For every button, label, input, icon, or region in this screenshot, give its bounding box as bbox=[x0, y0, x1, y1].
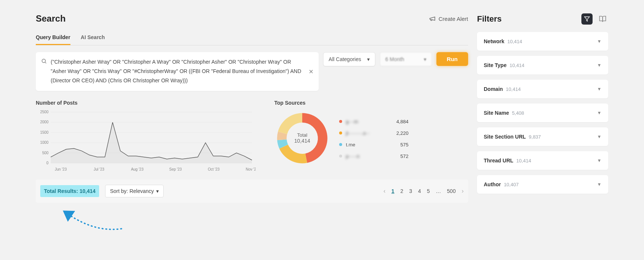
page-4[interactable]: 4 bbox=[418, 188, 421, 194]
svg-text:Jul '23: Jul '23 bbox=[94, 167, 104, 171]
tab-ai-search[interactable]: AI Search bbox=[81, 31, 105, 45]
filter-count: 10,414 bbox=[507, 39, 522, 44]
total-results-badge: Total Results: 10,414 bbox=[40, 185, 99, 197]
svg-marker-20 bbox=[584, 17, 589, 21]
svg-text:Oct '23: Oct '23 bbox=[208, 167, 220, 171]
filter-label: Thread URL bbox=[484, 158, 513, 164]
legend-dot bbox=[339, 131, 342, 134]
legend-item: g····m4,884 bbox=[339, 119, 408, 124]
chevron-down-icon: ▾ bbox=[156, 188, 159, 194]
filter-icon bbox=[584, 16, 590, 22]
line-chart-title: Number of Posts bbox=[36, 100, 267, 106]
page-5[interactable]: 5 bbox=[427, 188, 430, 194]
tab-query-builder[interactable]: Query Builder bbox=[36, 31, 70, 45]
date-range-select[interactable]: 6 Month ▾ bbox=[380, 52, 432, 66]
filter-label: Site Name bbox=[484, 110, 509, 116]
search-icon bbox=[41, 58, 47, 66]
page-1[interactable]: 1 bbox=[391, 188, 394, 194]
chevron-down-icon: ▼ bbox=[597, 134, 602, 139]
categories-select[interactable]: All Categories ▾ bbox=[323, 52, 375, 66]
page-3[interactable]: 3 bbox=[409, 188, 412, 194]
svg-text:Sep '23: Sep '23 bbox=[169, 167, 182, 171]
donut-center-value: 10,414 bbox=[294, 138, 310, 144]
legend-name: g····m bbox=[346, 119, 392, 124]
legend-value: 575 bbox=[400, 142, 408, 148]
donut-legend: g····m4,884jt··········.o···2,220t.me575… bbox=[339, 119, 408, 159]
filter-count: 10,414 bbox=[516, 158, 531, 164]
svg-text:0: 0 bbox=[46, 161, 48, 165]
chevron-down-icon: ▼ bbox=[597, 158, 602, 163]
legend-dot bbox=[339, 143, 342, 146]
megaphone-icon bbox=[429, 15, 436, 22]
categories-label: All Categories bbox=[329, 56, 361, 62]
pagination: ‹ 1 2 3 4 5 … 500 › bbox=[383, 188, 464, 194]
filter-count: 5,408 bbox=[512, 110, 524, 116]
search-tabs: Query Builder AI Search bbox=[36, 31, 468, 45]
page-2[interactable]: 2 bbox=[400, 188, 403, 194]
donut-chart-title: Top Sources bbox=[274, 100, 408, 106]
legend-value: 2,220 bbox=[396, 130, 408, 136]
svg-line-1 bbox=[45, 62, 46, 63]
filter-network[interactable]: Network10,414▼ bbox=[477, 32, 608, 51]
create-alert-button[interactable]: Create Alert bbox=[429, 15, 468, 22]
run-button[interactable]: Run bbox=[436, 52, 468, 66]
filter-author[interactable]: Author10,407▼ bbox=[477, 175, 608, 194]
filter-thread-url[interactable]: Thread URL10,414▼ bbox=[477, 151, 608, 170]
legend-name: t.me bbox=[346, 142, 397, 148]
line-chart-svg: 05001000150020002500Jun '23Jul '23Aug '2… bbox=[36, 110, 256, 174]
annotation-arrow bbox=[58, 206, 468, 237]
chevron-down-icon: ▼ bbox=[597, 182, 602, 187]
filter-site-name[interactable]: Site Name5,408▼ bbox=[477, 104, 608, 122]
filters-list: Network10,414▼Site Type10,414▼Domain10,4… bbox=[477, 32, 608, 194]
query-input[interactable]: ("Christopher Asher Wray" OR "Christophe… bbox=[36, 52, 319, 91]
page-title: Search bbox=[36, 13, 66, 24]
filter-count: 9,837 bbox=[529, 134, 541, 140]
chevron-down-icon: ▼ bbox=[597, 110, 602, 115]
legend-item: jt··········.o···2,220 bbox=[339, 130, 408, 136]
chevron-down-icon: ▾ bbox=[367, 56, 370, 62]
book-icon-button[interactable] bbox=[597, 13, 608, 25]
svg-text:2000: 2000 bbox=[40, 120, 49, 124]
svg-text:Nov '23: Nov '23 bbox=[246, 167, 256, 171]
results-bar: Total Results: 10,414 Sort by: Relevancy… bbox=[36, 180, 468, 203]
legend-value: 572 bbox=[400, 153, 408, 159]
posts-line-chart: Number of Posts 05001000150020002500Jun … bbox=[36, 100, 267, 175]
filters-title: Filters bbox=[477, 14, 502, 24]
filter-count: 10,407 bbox=[504, 182, 519, 187]
svg-text:1000: 1000 bbox=[40, 140, 49, 145]
svg-text:2500: 2500 bbox=[40, 110, 49, 114]
legend-item: p······n572 bbox=[339, 153, 408, 159]
filter-count: 10,414 bbox=[506, 86, 521, 92]
filter-icon-button[interactable] bbox=[581, 13, 593, 25]
page-last[interactable]: 500 bbox=[447, 188, 455, 194]
filter-label: Site Type bbox=[484, 62, 506, 68]
legend-value: 4,884 bbox=[396, 119, 408, 124]
svg-point-0 bbox=[42, 59, 45, 63]
filter-count: 10,414 bbox=[509, 63, 524, 68]
create-alert-label: Create Alert bbox=[439, 16, 468, 22]
page-next-icon[interactable]: › bbox=[462, 188, 464, 194]
date-range-label: 6 Month bbox=[385, 56, 404, 62]
chevron-down-icon: ▾ bbox=[424, 56, 426, 62]
svg-text:Jun '23: Jun '23 bbox=[55, 167, 67, 171]
query-text: ("Christopher Asher Wray" OR "Christophe… bbox=[51, 57, 304, 86]
filter-site-type[interactable]: Site Type10,414▼ bbox=[477, 56, 608, 74]
filter-site-section-url[interactable]: Site Section URL9,837▼ bbox=[477, 127, 608, 146]
svg-text:500: 500 bbox=[42, 150, 48, 155]
page-ellipsis: … bbox=[436, 188, 441, 194]
chevron-down-icon: ▼ bbox=[597, 86, 602, 92]
svg-text:1500: 1500 bbox=[40, 130, 49, 134]
svg-text:Aug '23: Aug '23 bbox=[131, 167, 143, 171]
filter-label: Site Section URL bbox=[484, 134, 526, 140]
book-icon bbox=[599, 15, 606, 23]
legend-item: t.me575 bbox=[339, 142, 408, 148]
legend-dot bbox=[339, 155, 342, 158]
filter-label: Network bbox=[484, 38, 504, 44]
clear-query-icon[interactable]: ✕ bbox=[309, 68, 313, 75]
filter-domain[interactable]: Domain10,414▼ bbox=[477, 80, 608, 98]
filter-label: Author bbox=[484, 181, 501, 187]
sort-select[interactable]: Sort by: Relevancy ▾ bbox=[105, 185, 164, 197]
chevron-down-icon: ▼ bbox=[597, 39, 602, 44]
chevron-down-icon: ▼ bbox=[597, 63, 602, 68]
page-prev-icon[interactable]: ‹ bbox=[383, 188, 385, 194]
